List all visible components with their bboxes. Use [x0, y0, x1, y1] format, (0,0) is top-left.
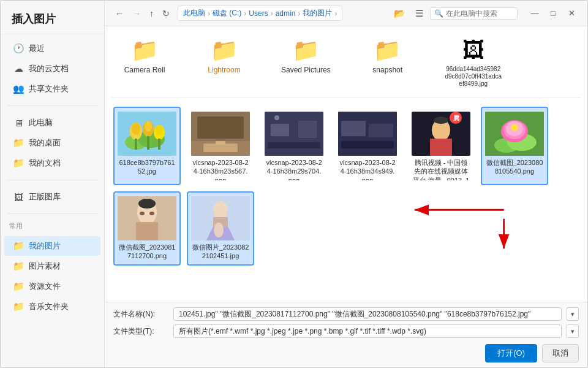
svg-rect-11 [158, 139, 160, 150]
sidebar-item-label: 此电脑 [29, 117, 53, 128]
filetype-row: 文件类型(T): ▾ [113, 324, 579, 338]
filename-dropdown[interactable]: ▾ [567, 307, 579, 321]
sidebar-item-desktop[interactable]: 📁 我的桌面 [4, 133, 100, 153]
image-item[interactable]: 微信图片_20230822102451.jpg [187, 191, 254, 266]
svg-rect-26 [341, 121, 366, 136]
insert-image-dialog: 插入图片 🕐 最近 ☁ 我的云文档 👥 共享文件夹 🖥 此电脑 📁 [0, 0, 588, 368]
image-item[interactable]: 618ce8b3797b76152.jpg [113, 107, 181, 185]
minimize-button[interactable]: — [526, 6, 543, 21]
breadcrumb-users[interactable]: Users [249, 9, 268, 18]
svg-point-48 [140, 212, 145, 215]
open-button[interactable]: 打开(O) [485, 344, 537, 362]
sidebar-title: 插入图片 [1, 1, 104, 34]
clock-icon: 🕐 [13, 43, 24, 54]
breadcrumb-disk-c[interactable]: 磁盘 (C:) [213, 8, 241, 18]
svg-text:腾: 腾 [453, 115, 460, 121]
image-thumbnail [338, 112, 397, 156]
folder-label: snapshot [372, 66, 402, 74]
svg-point-32 [434, 117, 448, 124]
svg-point-49 [149, 212, 154, 215]
cancel-button[interactable]: 取消 [542, 344, 579, 362]
image-thumbnail [191, 112, 250, 156]
image-thumbnail [118, 196, 176, 240]
users-icon: 👥 [13, 83, 24, 94]
image-label: 微信截图_20230808105540.png [486, 158, 543, 176]
svg-rect-27 [369, 124, 393, 137]
breadcrumb: 此电脑 › 磁盘 (C:) › Users › admin › 我的图片 › [178, 6, 342, 21]
new-folder-button[interactable]: 📂 [391, 6, 409, 21]
sidebar-item-label: 图片素材 [29, 261, 61, 272]
toolbar-left: ← → ↑ ↻ 此电脑 › 磁盘 (C:) › Users › admin › … [112, 6, 342, 21]
search-input[interactable] [446, 9, 513, 18]
svg-point-52 [213, 201, 228, 218]
folder-label: 96dda144ad345982d9c8d07c0ff431adcaef8499… [445, 66, 502, 88]
image-item[interactable]: 腾 腾讯视频 - 中国领先的在线视频媒体平台,海量...0913_104724.… [407, 107, 475, 185]
sidebar-item-mypictures[interactable]: 📁 我的图片 [4, 236, 100, 256]
file-area: 📁 Camera Roll 📁 Lightroom 📁 Saved Pictur… [105, 26, 587, 302]
breadcrumb-this-pc[interactable]: 此电脑 [183, 8, 205, 18]
folder-icon: 📁 [13, 158, 24, 169]
cloud-icon: ☁ [13, 63, 24, 74]
sidebar-section-stock: 🖼 正版图库 [1, 183, 104, 211]
refresh-button[interactable]: ↻ [159, 7, 173, 20]
folder-icon: 📁 [13, 281, 24, 292]
breadcrumb-admin[interactable]: admin [276, 9, 296, 18]
svg-point-54 [214, 223, 224, 237]
up-button[interactable]: ↑ [146, 7, 157, 20]
forward-button[interactable]: → [129, 7, 144, 20]
search-box: 🔍 [430, 7, 518, 20]
image-item[interactable]: 微信截图_20230808105540.png [481, 107, 548, 185]
view-toggle-button[interactable]: ☰ [412, 6, 426, 21]
sidebar-section-common: 📁 我的图片 📁 图片素材 📁 资源文件 📁 音乐文件夹 [1, 232, 104, 321]
filename-input[interactable] [173, 307, 562, 321]
folder-long-filename[interactable]: 🖼 96dda144ad345982d9c8d07c0ff431adcaef84… [440, 35, 507, 90]
sidebar-item-label: 我的图片 [29, 240, 61, 251]
image-item[interactable]: vlcsnap-2023-08-24-16h38m23s567.png [187, 107, 254, 185]
folder-snapshot[interactable]: 📁 snapshot [360, 35, 415, 90]
file-icon: 🖼 [462, 37, 484, 63]
sidebar-divider-3 [7, 213, 98, 214]
sidebar-item-cloud[interactable]: ☁ 我的云文档 [4, 59, 100, 79]
folder-icon: 📁 [292, 37, 320, 63]
sidebar-item-imagematerial[interactable]: 📁 图片素材 [4, 256, 100, 276]
sidebar-item-resourcefile[interactable]: 📁 资源文件 [4, 277, 100, 296]
back-button[interactable]: ← [112, 7, 127, 20]
image-item[interactable]: 微信截图_20230817112700.png [113, 191, 181, 266]
sidebar-item-recent[interactable]: 🕐 最近 [4, 39, 100, 58]
filetype-input[interactable] [173, 324, 562, 338]
sidebar-item-musicfolder[interactable]: 📁 音乐文件夹 [4, 297, 100, 316]
image-grid-wrapper: 618ce8b3797b76152.jpg [111, 103, 581, 269]
folder-label: Lightroom [208, 66, 240, 74]
sidebar-item-label: 共享文件夹 [29, 83, 69, 94]
folder-icon: 📁 [13, 137, 24, 148]
window-controls: — □ ✕ [526, 6, 580, 21]
sidebar-section-pc: 🖥 此电脑 📁 我的桌面 📁 我的文档 [1, 109, 104, 177]
sidebar-item-this-pc[interactable]: 🖥 此电脑 [4, 113, 100, 132]
toolbar: ← → ↑ ↻ 此电脑 › 磁盘 (C:) › Users › admin › … [105, 1, 587, 26]
sidebar-item-label: 我的云文档 [29, 63, 69, 74]
sidebar-item-mydocs[interactable]: 📁 我的文档 [4, 153, 100, 173]
sidebar-item-stock[interactable]: 🖼 正版图库 [4, 187, 100, 207]
bottom-actions: 打开(O) 取消 [113, 342, 579, 362]
folder-camera-roll[interactable]: 📁 Camera Roll [117, 35, 172, 90]
svg-point-47 [138, 199, 156, 209]
image-item[interactable]: vlcsnap-2023-08-24-16h38m29s704.png [260, 107, 328, 185]
folder-icon: 📁 [13, 240, 24, 251]
filename-label: 文件名称(N): [113, 309, 168, 320]
sidebar-item-label: 我的文档 [29, 158, 61, 169]
filetype-dropdown[interactable]: ▾ [567, 324, 579, 338]
sidebar-item-shared[interactable]: 👥 共享文件夹 [4, 79, 100, 99]
close-button[interactable]: ✕ [563, 6, 580, 21]
sidebar-item-label: 资源文件 [29, 281, 61, 292]
folder-lightroom[interactable]: 📁 Lightroom [197, 35, 252, 90]
breadcrumb-my-pictures[interactable]: 我的图片 [303, 8, 332, 18]
image-label: 腾讯视频 - 中国领先的在线视频媒体平台,海量...0913_104724.10… [412, 158, 470, 180]
svg-point-4 [132, 123, 140, 135]
folder-saved-pictures[interactable]: 📁 Saved Pictures [276, 35, 336, 90]
image-label: vlcsnap-2023-08-24-16h38m34s949.png [339, 158, 396, 180]
image-item[interactable]: vlcsnap-2023-08-24-16h38m34s949.png [334, 107, 401, 185]
maximize-button[interactable]: □ [545, 6, 562, 21]
image-thumbnail [191, 196, 250, 240]
filename-row: 文件名称(N): ▾ [113, 307, 579, 321]
svg-rect-14 [197, 117, 244, 139]
